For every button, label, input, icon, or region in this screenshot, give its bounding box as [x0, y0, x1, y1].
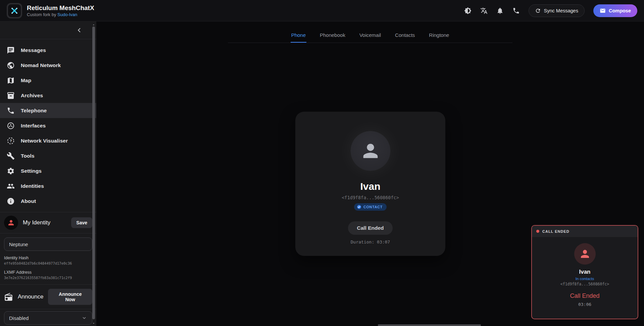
identity-name-input[interactable]	[4, 237, 92, 251]
notification-caller-name: Ivan	[579, 269, 590, 275]
sidebar-scrollbar[interactable]	[92, 21, 96, 326]
archive-icon	[7, 92, 15, 100]
notification-status: Call Ended	[570, 292, 599, 300]
sidebar-item-network-visualiser[interactable]: ?Network Visualiser	[0, 133, 96, 148]
person-icon	[7, 219, 15, 227]
call-avatar	[351, 131, 390, 171]
notification-title: CALL ENDED	[542, 229, 569, 233]
app-header: Reticulum MeshChatX Custom fork by Sudo-…	[0, 0, 644, 21]
notification-header: CALL ENDED	[532, 226, 638, 237]
announce-title: Announce	[18, 293, 44, 300]
sidebar-item-label: Interfaces	[21, 123, 46, 129]
lxmf-address-label: LXMF Address	[4, 270, 92, 275]
sidebar-item-label: Archives	[21, 93, 43, 99]
sidebar: MessagesNomad NetworkMapArchivesTelephon…	[0, 21, 96, 326]
translate-icon[interactable]	[480, 7, 488, 14]
divider	[0, 309, 96, 309]
caller-hash: <f1d9f8fa...560860fc>	[342, 195, 399, 200]
sidebar-menu: MessagesNomad NetworkMapArchivesTelephon…	[0, 39, 96, 212]
notification-caller-hash: <f1d9f8fa...560860fc>	[560, 282, 609, 286]
caller-name: Ivan	[360, 181, 380, 192]
main-content: PhonePhonebookVoicemailContactsRingtone …	[96, 21, 644, 326]
radio-icon	[4, 292, 13, 302]
app-subtitle: Custom fork by Sudo-Ivan	[27, 12, 94, 17]
sidebar-item-map[interactable]: Map	[0, 73, 96, 88]
sidebar-item-about[interactable]: About	[0, 194, 96, 209]
divider	[0, 233, 96, 233]
app-logo	[7, 3, 22, 18]
sidebar-item-label: Telephone	[21, 108, 47, 114]
x-logo-icon	[8, 4, 21, 17]
horizontal-scrollbar-thumb[interactable]	[378, 324, 481, 326]
in-contacts-link[interactable]: In contacts	[576, 277, 594, 281]
chevron-down-icon	[81, 315, 87, 321]
sidebar-item-identities[interactable]: Identities	[0, 178, 96, 194]
sync-messages-button[interactable]: Sync Messages	[529, 4, 585, 17]
brightness-icon[interactable]	[464, 7, 472, 14]
phone-header-icon[interactable]	[512, 7, 520, 14]
scroll-down-arrow-icon[interactable]	[92, 321, 96, 325]
tab-contacts[interactable]: Contacts	[394, 30, 415, 43]
sidebar-item-label: Network Visualiser	[21, 138, 68, 144]
call-card: Ivan <f1d9f8fa...560860fc> CONTACT Call …	[295, 112, 445, 256]
my-identity-title: My Identity	[23, 219, 50, 226]
tab-ringtone[interactable]: Ringtone	[428, 30, 450, 43]
sidebar-collapse-button[interactable]	[75, 26, 84, 35]
notifications-icon[interactable]	[496, 7, 504, 14]
notification-avatar	[574, 243, 596, 265]
call-ended-notification[interactable]: CALL ENDED Ivan In contacts <f1d9f8fa...…	[531, 225, 638, 319]
sidebar-item-messages[interactable]: Messages	[0, 43, 96, 58]
contact-badge: CONTACT	[354, 203, 387, 211]
info-icon	[7, 197, 15, 205]
person-icon	[579, 248, 591, 260]
status-dot-icon	[536, 230, 539, 233]
sidebar-item-nomad-network[interactable]: Nomad Network	[0, 58, 96, 73]
hub-icon	[7, 122, 15, 130]
verified-icon	[357, 205, 361, 209]
sidebar-item-label: About	[21, 198, 36, 204]
tab-phonebook[interactable]: Phonebook	[319, 30, 346, 43]
tab-voicemail[interactable]: Voicemail	[359, 30, 382, 43]
sidebar-item-tools[interactable]: Tools	[0, 148, 96, 163]
envelope-icon	[600, 8, 606, 14]
refresh-icon	[535, 8, 541, 14]
announce-interval-select[interactable]: Disabled	[4, 311, 92, 325]
phone-icon	[7, 107, 15, 115]
phone-tabs: PhonePhonebookVoicemailContactsRingtone	[228, 30, 512, 43]
identity-hash-label: Identity Hash	[4, 256, 92, 260]
sidebar-item-label: Tools	[21, 153, 35, 159]
notification-call-time: 03:06	[578, 302, 591, 307]
compose-button[interactable]: Compose	[593, 4, 637, 17]
identity-hash-value: effe95b0482d7b6c04844977d17e0c36	[4, 261, 92, 265]
sidebar-item-label: Identities	[21, 183, 44, 189]
sidebar-item-interfaces[interactable]: Interfaces	[0, 118, 96, 133]
gear-icon	[7, 167, 15, 175]
app-title: Reticulum MeshChatX	[27, 4, 94, 12]
sidebar-scrollbar-thumb[interactable]	[92, 26, 95, 319]
lxmf-address-value: 3e7e2e37621635587fb83a381c71c2f9	[4, 276, 92, 280]
scroll-up-arrow-icon[interactable]	[92, 22, 96, 26]
sidebar-item-label: Map	[21, 77, 31, 84]
sidebar-item-label: Messages	[21, 47, 46, 53]
map-icon	[7, 76, 15, 85]
last-announced-text: Last announced: 2 hours ago	[0, 325, 96, 326]
sidebar-item-archives[interactable]: Archives	[0, 88, 96, 103]
my-identity-avatar	[4, 216, 18, 230]
save-button[interactable]: Save	[71, 217, 92, 228]
person-icon	[360, 140, 381, 162]
tab-phone[interactable]: Phone	[291, 30, 306, 43]
globe-icon	[7, 61, 15, 69]
sidebar-item-label: Settings	[21, 168, 42, 174]
sidebar-item-label: Nomad Network	[21, 62, 61, 68]
wrench-icon	[7, 152, 15, 160]
announce-now-button[interactable]: Announce Now	[48, 289, 92, 305]
call-duration: Duration: 03:07	[351, 239, 390, 245]
people-icon	[7, 182, 15, 190]
network-icon: ?	[7, 137, 15, 145]
subtitle-author-link[interactable]: Sudo-Ivan	[57, 12, 77, 17]
chat-icon	[7, 46, 15, 54]
call-status-button[interactable]: Call Ended	[348, 221, 392, 235]
svg-text:?: ?	[10, 139, 12, 143]
sidebar-item-telephone[interactable]: Telephone	[0, 103, 96, 118]
sidebar-item-settings[interactable]: Settings	[0, 163, 96, 178]
